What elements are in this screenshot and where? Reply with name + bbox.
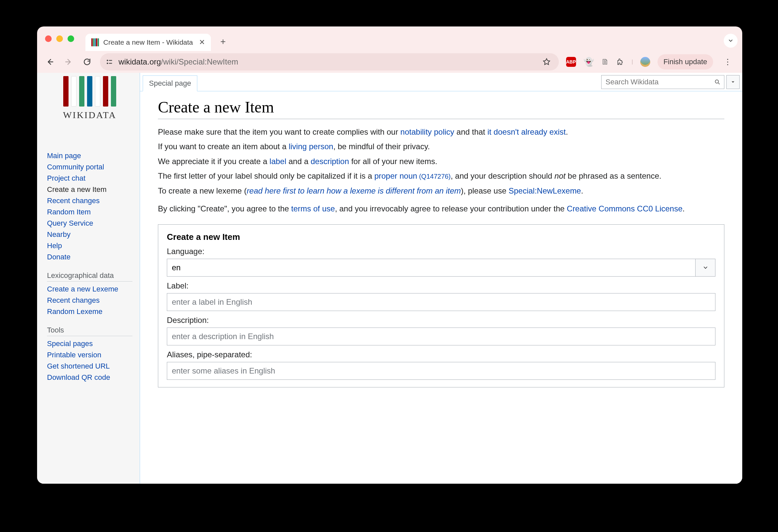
- sidebar-item[interactable]: Help: [47, 240, 133, 251]
- search-button[interactable]: [711, 79, 724, 85]
- link-lexeme-info[interactable]: read here first to learn how a lexeme is…: [247, 186, 461, 195]
- create-item-form: Create a new Item Language: Label: Descr…: [158, 224, 724, 387]
- link-living-person[interactable]: living person: [289, 142, 333, 151]
- search-box[interactable]: [601, 75, 724, 89]
- star-icon: [542, 58, 551, 66]
- language-dropdown-button[interactable]: [695, 259, 715, 276]
- language-combo[interactable]: [167, 259, 715, 277]
- bookmark-button[interactable]: [542, 58, 554, 66]
- svg-point-0: [106, 60, 108, 61]
- aliases-label: Aliases, pipe-separated:: [167, 350, 715, 359]
- new-tab-button[interactable]: +: [218, 36, 228, 47]
- extensions-button[interactable]: [616, 58, 624, 66]
- intro-line-6: By clicking "Create", you agree to the t…: [158, 202, 724, 215]
- reload-icon: [83, 58, 91, 66]
- link-label[interactable]: label: [269, 157, 286, 166]
- language-input[interactable]: [167, 259, 695, 276]
- window-controls: [45, 35, 74, 42]
- link-proper-noun[interactable]: proper noun: [374, 171, 417, 180]
- content: Special page Create a new Item Please ma…: [140, 73, 742, 484]
- sidebar-item[interactable]: Query Service: [47, 218, 133, 229]
- label-label: Label:: [167, 281, 715, 290]
- sidebar-item-current[interactable]: Create a new Item: [47, 184, 133, 195]
- label-input[interactable]: [167, 293, 715, 311]
- sidebar-item[interactable]: Random Item: [47, 206, 133, 218]
- emphasis-not: not: [554, 171, 565, 180]
- tab-title: Create a new Item - Wikidata: [103, 38, 193, 46]
- site-info-icon[interactable]: [105, 57, 114, 67]
- chevron-down-icon: [703, 265, 708, 271]
- link-already-exist[interactable]: it doesn't already exist: [487, 127, 566, 136]
- svg-rect-1: [109, 60, 112, 61]
- close-window-button[interactable]: [45, 35, 52, 42]
- browser-toolbar: wikidata.org/wiki/Special:NewItem ABP 👻 …: [37, 51, 742, 73]
- sidebar-item[interactable]: Project chat: [47, 173, 133, 184]
- forward-button[interactable]: [60, 54, 77, 70]
- search-input[interactable]: [602, 78, 711, 86]
- nav-group-tools-title: Tools: [47, 326, 133, 336]
- page-actions-dropdown[interactable]: [726, 75, 740, 89]
- minimize-window-button[interactable]: [56, 35, 63, 42]
- reload-button[interactable]: [79, 54, 95, 70]
- description-input[interactable]: [167, 328, 715, 345]
- puzzle-icon: [616, 58, 624, 66]
- sidebar-item[interactable]: Nearby: [47, 229, 133, 240]
- logo-text: WIKIDATA: [63, 110, 116, 120]
- sidebar-item[interactable]: Download QR code: [47, 372, 133, 383]
- sidebar-item[interactable]: Donate: [47, 251, 133, 263]
- arrow-left-icon: [46, 58, 54, 66]
- link-qid[interactable]: (Q147276): [417, 173, 451, 180]
- intro-line-2: If you want to create an item about a li…: [158, 140, 724, 153]
- adblock-icon[interactable]: ABP: [566, 57, 576, 67]
- svg-point-4: [715, 80, 718, 83]
- article: Create a new Item Please make sure that …: [140, 91, 742, 484]
- page-body: WIKIDATA Main page Community portal Proj…: [37, 73, 742, 484]
- finish-update-button[interactable]: Finish update: [657, 54, 713, 70]
- sidebar-item[interactable]: Random Lexeme: [47, 306, 133, 317]
- form-title: Create a new Item: [167, 232, 715, 242]
- page-title: Create a new Item: [158, 98, 724, 119]
- link-special-newlexeme[interactable]: Special:NewLexeme: [509, 186, 581, 195]
- link-description[interactable]: description: [311, 157, 349, 166]
- tab-special-page[interactable]: Special page: [143, 75, 197, 91]
- sidebar-item[interactable]: Community portal: [47, 162, 133, 173]
- ghostery-icon[interactable]: 👻: [584, 57, 594, 67]
- tab-close-icon[interactable]: ✕: [199, 38, 205, 47]
- browser-tab[interactable]: Create a new Item - Wikidata ✕: [85, 34, 211, 51]
- reader-icon[interactable]: 🗎: [601, 57, 609, 67]
- fullscreen-window-button[interactable]: [68, 35, 74, 42]
- nav-main: Main page Community portal Project chat …: [47, 150, 133, 263]
- url-text: wikidata.org/wiki/Special:NewItem: [119, 57, 538, 67]
- sidebar-item[interactable]: Special pages: [47, 338, 133, 349]
- extension-icons: ABP 👻 🗎 | Finish update ⋮: [563, 54, 739, 70]
- wikidata-logo[interactable]: WIKIDATA: [47, 76, 133, 120]
- address-bar[interactable]: wikidata.org/wiki/Special:NewItem: [100, 53, 559, 71]
- intro-line-1: Please make sure that the item you want …: [158, 126, 724, 138]
- browser-menu-button[interactable]: ⋮: [720, 57, 736, 67]
- link-cc0-license[interactable]: Creative Commons CC0 License: [567, 204, 682, 213]
- sidebar-item[interactable]: Printable version: [47, 349, 133, 361]
- sidebar-item[interactable]: Main page: [47, 150, 133, 162]
- aliases-input[interactable]: [167, 362, 715, 380]
- sidebar-item[interactable]: Create a new Lexeme: [47, 283, 133, 295]
- nav-group-lex-title: Lexicographical data: [47, 271, 133, 281]
- page-tabs: Special page: [140, 73, 742, 91]
- link-terms-of-use[interactable]: terms of use: [291, 204, 335, 213]
- sidebar-item[interactable]: Recent changes: [47, 295, 133, 306]
- wikidata-favicon-icon: [91, 38, 99, 46]
- language-label: Language:: [167, 247, 715, 256]
- tab-list-button[interactable]: [724, 34, 737, 48]
- chevron-down-icon: [728, 38, 733, 44]
- browser-window: Create a new Item - Wikidata ✕ + wikidat…: [37, 26, 742, 484]
- separator: |: [632, 59, 633, 65]
- profile-avatar[interactable]: [640, 57, 650, 67]
- sidebar: WIKIDATA Main page Community portal Proj…: [37, 73, 140, 484]
- link-notability-policy[interactable]: notability policy: [400, 127, 454, 136]
- sidebar-item[interactable]: Get shortened URL: [47, 361, 133, 372]
- back-button[interactable]: [42, 54, 58, 70]
- intro-line-4: The first letter of your label should on…: [158, 170, 724, 182]
- nav-lex: Create a new Lexeme Recent changes Rando…: [47, 283, 133, 317]
- nav-tools: Special pages Printable version Get shor…: [47, 338, 133, 383]
- sidebar-item[interactable]: Recent changes: [47, 195, 133, 206]
- svg-rect-3: [109, 63, 112, 64]
